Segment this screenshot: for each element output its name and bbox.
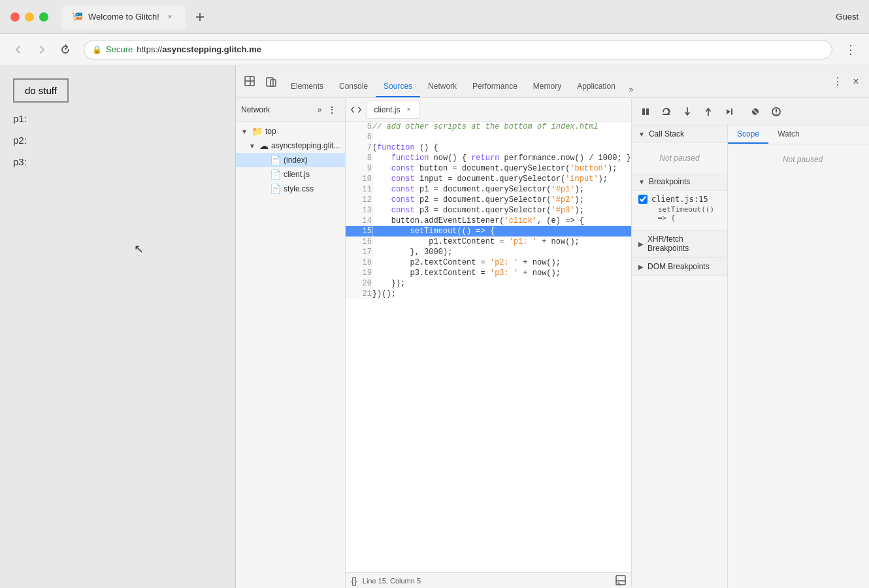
breakpoint-code: setTimeout(() => { bbox=[638, 204, 721, 226]
code-tab-close-button[interactable]: × bbox=[404, 105, 413, 114]
folder-icon: 📁 bbox=[252, 126, 263, 137]
mouse-cursor: ↖ bbox=[134, 242, 144, 256]
xhr-breakpoints-header[interactable]: ▶ XHR/fetch Breakpoints bbox=[632, 231, 727, 257]
line-number-12[interactable]: 12 bbox=[346, 195, 372, 205]
line-number-5[interactable]: 5 bbox=[346, 122, 372, 132]
dom-arrow: ▶ bbox=[638, 263, 644, 270]
line-number-10[interactable]: 10 bbox=[346, 174, 372, 184]
console-toggle-button[interactable] bbox=[615, 575, 626, 587]
tree-item-clientjs[interactable]: 📄 client.js bbox=[236, 167, 345, 182]
code-line-10: 10 const input = document.querySelector(… bbox=[346, 174, 631, 184]
breakpoint-checkbox[interactable] bbox=[638, 195, 648, 204]
css-file-icon: 📄 bbox=[270, 184, 281, 194]
pretty-print-button[interactable]: {} bbox=[351, 576, 357, 586]
tree-item-top[interactable]: ▼ 📁 top bbox=[236, 124, 345, 139]
line-number-18[interactable]: 18 bbox=[346, 257, 372, 268]
line-number-13[interactable]: 13 bbox=[346, 205, 372, 216]
line-number-20[interactable]: 20 bbox=[346, 278, 372, 289]
svg-rect-18 bbox=[776, 109, 777, 112]
pause-on-exceptions-button[interactable] bbox=[768, 103, 785, 120]
code-line-9: 9 const button = document.querySelector(… bbox=[346, 163, 631, 174]
tab-performance[interactable]: Performance bbox=[465, 71, 525, 97]
line-number-9[interactable]: 9 bbox=[346, 163, 372, 174]
code-tabs: client.js × bbox=[346, 98, 631, 122]
line-content-12: const p2 = document.querySelector('#p2')… bbox=[372, 195, 631, 205]
file-tree-menu-button[interactable]: ⋮ bbox=[324, 102, 340, 118]
dom-breakpoints-header[interactable]: ▶ DOM Breakpoints bbox=[632, 258, 727, 276]
do-stuff-button[interactable]: do stuff bbox=[13, 78, 69, 103]
cursor-position: Line 15, Column 5 bbox=[363, 577, 610, 585]
browser-tab[interactable]: 🎏 Welcome to Glitch! × bbox=[61, 5, 186, 29]
step-out-button[interactable] bbox=[700, 103, 717, 120]
step-over-button[interactable] bbox=[658, 103, 675, 120]
devtools-close-button[interactable]: × bbox=[848, 74, 864, 90]
tree-item-domain[interactable]: ▼ ☁ asyncstepping.glit... bbox=[236, 139, 345, 153]
tab-application[interactable]: Application bbox=[569, 71, 623, 97]
breakpoint-checkbox-label[interactable]: client.js:15 bbox=[638, 195, 721, 204]
tab-memory[interactable]: Memory bbox=[525, 71, 569, 97]
line-number-19[interactable]: 19 bbox=[346, 268, 372, 278]
tree-item-stylecss[interactable]: 📄 style.css bbox=[236, 182, 345, 196]
line-number-14[interactable]: 14 bbox=[346, 216, 372, 226]
line-content-5: // add other scripts at the bottom of in… bbox=[372, 122, 631, 132]
maximize-traffic-light[interactable] bbox=[39, 12, 48, 22]
traffic-lights bbox=[10, 12, 48, 22]
line-number-7[interactable]: 7 bbox=[346, 142, 372, 153]
line-content-20: }); bbox=[372, 278, 631, 289]
step-into-button[interactable] bbox=[679, 103, 696, 120]
minimize-traffic-light[interactable] bbox=[25, 12, 34, 22]
line-number-6[interactable]: 6 bbox=[346, 132, 372, 142]
dom-breakpoints-section: ▶ DOM Breakpoints bbox=[632, 257, 727, 276]
tree-item-index[interactable]: 📄 (index) bbox=[236, 153, 345, 167]
line-number-8[interactable]: 8 bbox=[346, 153, 372, 163]
forward-button[interactable] bbox=[31, 39, 52, 60]
deactivate-breakpoints-button[interactable] bbox=[747, 103, 764, 120]
line-number-17[interactable]: 17 bbox=[346, 247, 372, 257]
device-toolbar-button[interactable] bbox=[262, 73, 280, 91]
browser-menu-button[interactable]: ⋮ bbox=[840, 39, 861, 60]
line-content-15: setTimeout(() => { bbox=[372, 226, 631, 237]
svg-rect-10 bbox=[646, 108, 649, 115]
js-file-icon: 📄 bbox=[270, 169, 281, 180]
new-tab-button[interactable] bbox=[191, 8, 209, 26]
devtools-menu-button[interactable]: ⋮ bbox=[830, 74, 845, 90]
inspect-element-button[interactable] bbox=[241, 73, 259, 91]
tab-favicon: 🎏 bbox=[72, 12, 83, 22]
tab-network[interactable]: Network bbox=[420, 71, 465, 97]
code-editor[interactable]: 5// add other scripts at the bottom of i… bbox=[346, 122, 631, 572]
dom-label: DOM Breakpoints bbox=[648, 262, 710, 271]
back-button[interactable] bbox=[8, 39, 29, 60]
line-number-15[interactable]: 15 bbox=[346, 226, 372, 237]
line-number-16[interactable]: 16 bbox=[346, 237, 372, 247]
debugger-panel: ▼ Call Stack Not paused ▼ Breakpoints cl… bbox=[631, 98, 869, 588]
tab-elements[interactable]: Elements bbox=[283, 71, 331, 97]
code-line-6: 6 bbox=[346, 132, 631, 142]
code-line-12: 12 const p2 = document.querySelector('#p… bbox=[346, 195, 631, 205]
close-traffic-light[interactable] bbox=[10, 12, 20, 22]
code-back-button[interactable] bbox=[348, 102, 364, 118]
code-tab-clientjs[interactable]: client.js × bbox=[367, 101, 420, 119]
devtools-body: Network » ⋮ ▼ 📁 top ▼ ☁ asyncstepping.gl… bbox=[236, 98, 869, 588]
tab-sources[interactable]: Sources bbox=[376, 71, 420, 97]
pause-button[interactable] bbox=[637, 103, 654, 120]
address-bar[interactable]: 🔒 Secure https://asyncstepping.glitch.me bbox=[84, 40, 832, 59]
line-number-21[interactable]: 21 bbox=[346, 289, 372, 299]
reload-button[interactable] bbox=[55, 39, 76, 60]
watch-tab[interactable]: Watch bbox=[768, 125, 809, 144]
call-stack-arrow: ▼ bbox=[638, 131, 645, 138]
line-number-11[interactable]: 11 bbox=[346, 184, 372, 195]
scope-tab[interactable]: Scope bbox=[728, 125, 768, 144]
line-content-11: const p1 = document.querySelector('#p1')… bbox=[372, 184, 631, 195]
line-content-18: p2.textContent = 'p2: ' + now(); bbox=[372, 257, 631, 268]
tab-close-button[interactable]: × bbox=[165, 12, 175, 22]
breakpoints-header[interactable]: ▼ Breakpoints bbox=[632, 173, 727, 191]
step-button[interactable] bbox=[721, 103, 738, 120]
devtools-more-tabs[interactable]: » bbox=[623, 82, 639, 97]
debug-body-split: ▼ Call Stack Not paused ▼ Breakpoints cl… bbox=[632, 125, 869, 588]
tree-arrow-top: ▼ bbox=[241, 128, 249, 135]
call-stack-header[interactable]: ▼ Call Stack bbox=[632, 125, 727, 143]
file-tree-more-button[interactable]: » bbox=[318, 105, 322, 114]
call-stack-label: Call Stack bbox=[649, 129, 684, 139]
svg-rect-9 bbox=[642, 108, 645, 115]
tab-console[interactable]: Console bbox=[331, 71, 376, 97]
